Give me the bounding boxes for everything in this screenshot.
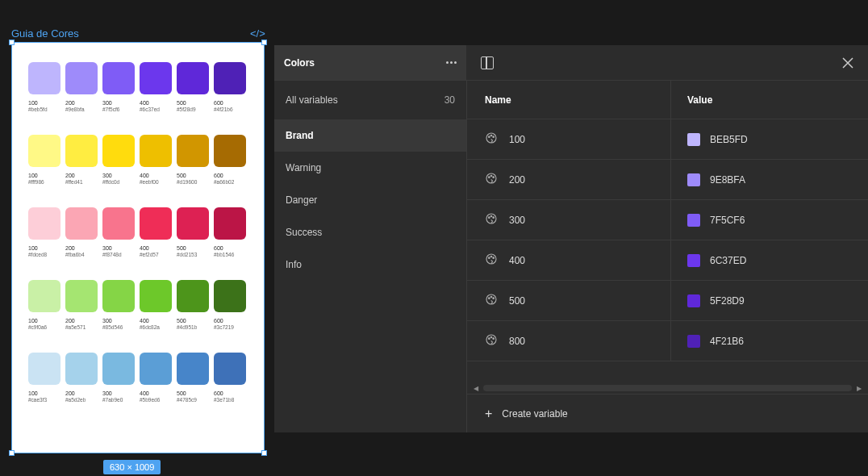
color-swatch[interactable]: 100 #fdced8	[28, 207, 61, 257]
color-swatch[interactable]: 400 #eebf00	[140, 135, 172, 185]
color-swatch[interactable]: 400 #5b9ed6	[140, 353, 172, 403]
variable-row[interactable]: 400 6C37ED	[467, 240, 868, 281]
swatch-fill	[102, 353, 135, 385]
variable-name-cell[interactable]: 400	[467, 240, 670, 280]
color-swatch[interactable]: 100 #cae3f3	[28, 353, 61, 403]
sidebar-item-all-variables[interactable]: All variables 30	[274, 81, 466, 119]
palette-icon	[485, 333, 498, 349]
color-swatch[interactable]: 500 #4785c9	[177, 353, 209, 403]
swatch-hex: #fba6b4	[65, 252, 98, 257]
color-swatch[interactable]: 500 #dd2153	[177, 207, 209, 257]
color-swatch[interactable]: 500 #d19600	[177, 135, 209, 185]
swatch-hex: #a5e571	[65, 324, 98, 330]
swatch-shade: 400	[140, 317, 172, 324]
swatch-fill	[65, 353, 98, 385]
color-swatch[interactable]: 500 #5f28d9	[177, 62, 209, 112]
svg-point-21	[489, 338, 490, 340]
variable-name-cell[interactable]: 100	[467, 119, 670, 159]
color-swatch[interactable]: 600 #a66b02	[214, 135, 246, 185]
swatch-fill	[214, 62, 246, 94]
color-swatch[interactable]: 400 #ef2d57	[140, 207, 172, 257]
selection-handle[interactable]	[261, 40, 267, 45]
scroll-track[interactable]	[483, 385, 852, 391]
variable-row[interactable]: 800 4F21B6	[467, 321, 868, 361]
swatch-fill	[214, 207, 246, 240]
color-swatch[interactable]: 100 #c9f0a6	[28, 280, 61, 330]
panel-title: Colors	[284, 57, 315, 69]
variable-row[interactable]: 100 BEB5FD	[467, 119, 868, 160]
variable-hex: 9E8BFA	[710, 174, 745, 186]
variables-sidebar: All variables 30 BrandWarningDangerSucce…	[274, 81, 466, 432]
horizontal-scrollbar[interactable]: ◀ ▶	[467, 382, 868, 394]
variable-name-cell[interactable]: 300	[467, 200, 670, 240]
swatch-shade: 100	[28, 244, 61, 252]
more-icon[interactable]	[446, 61, 457, 64]
selection-handle[interactable]	[9, 40, 15, 45]
color-swatch[interactable]: 400 #6dc82a	[140, 280, 172, 330]
variable-value-cell[interactable]: 5F28D9	[670, 281, 868, 320]
color-swatch[interactable]: 300 #f8748d	[102, 207, 135, 257]
swatch-fill	[65, 62, 98, 94]
sidebar-item-info[interactable]: Info	[274, 248, 466, 281]
selection-handle[interactable]	[261, 450, 267, 456]
variable-row[interactable]: 200 9E8BFA	[467, 160, 868, 200]
swatch-shade: 300	[102, 99, 135, 106]
color-swatch[interactable]: 600 #bb1546	[214, 207, 246, 257]
column-header-value[interactable]: Value	[670, 81, 868, 119]
variable-value-cell[interactable]: 9E8BFA	[670, 160, 868, 199]
canvas-frame[interactable]: 100 #beb5fd 200 #9e8bfa 300 #7f5cf6 400 …	[11, 42, 265, 453]
variable-value-cell[interactable]: BEB5FD	[670, 119, 868, 159]
selection-handle[interactable]	[9, 450, 15, 456]
swatch-hex: #9e8bfa	[65, 106, 98, 112]
color-swatch[interactable]: 200 #a5e571	[65, 280, 98, 330]
color-swatch[interactable]: 600 #3e71b8	[214, 353, 246, 403]
variable-name-cell[interactable]: 800	[467, 321, 670, 361]
color-swatch[interactable]: 200 #a5d2eb	[65, 353, 98, 403]
palette-icon	[485, 172, 498, 187]
swatch-shade: 500	[177, 172, 209, 179]
color-swatch[interactable]: 200 #ffed41	[65, 135, 98, 185]
color-chip	[687, 133, 700, 146]
create-variable-button[interactable]: + Create variable	[467, 394, 868, 432]
color-swatch[interactable]: 300 #7f5cf6	[102, 62, 135, 112]
scroll-left-icon[interactable]: ◀	[474, 385, 478, 392]
column-header-name[interactable]: Name	[467, 94, 670, 106]
swatch-shade: 300	[102, 172, 135, 179]
plus-icon: +	[485, 407, 492, 420]
palette-icon	[485, 132, 498, 147]
sidebar-item-success[interactable]: Success	[274, 216, 466, 248]
swatch-shade: 400	[140, 244, 172, 252]
svg-point-6	[490, 175, 492, 177]
svg-point-2	[490, 135, 492, 136]
variable-name-cell[interactable]: 500	[467, 281, 670, 320]
color-swatch[interactable]: 600 #3c7219	[214, 280, 246, 330]
color-swatch[interactable]: 200 #fba6b4	[65, 207, 98, 257]
code-icon[interactable]: </>	[250, 27, 265, 40]
svg-point-14	[490, 256, 492, 257]
color-swatch[interactable]: 100 #beb5fd	[28, 62, 61, 112]
color-swatch[interactable]: 200 #9e8bfa	[65, 62, 98, 112]
swatch-shade: 300	[102, 390, 135, 397]
sidebar-item-warning[interactable]: Warning	[274, 152, 466, 184]
scroll-right-icon[interactable]: ▶	[857, 385, 862, 392]
color-swatch[interactable]: 300 #85d546	[102, 280, 135, 330]
swatch-fill	[102, 62, 135, 94]
layout-icon[interactable]	[481, 56, 494, 69]
swatch-hex: #ffdc0d	[102, 179, 135, 185]
sidebar-item-brand[interactable]: Brand	[274, 119, 466, 152]
color-swatch[interactable]: 100 #fff986	[28, 135, 61, 185]
variable-value-cell[interactable]: 6C37ED	[670, 240, 868, 280]
color-swatch[interactable]: 600 #4f21b6	[214, 62, 246, 112]
close-icon[interactable]	[842, 57, 853, 69]
sidebar-item-danger[interactable]: Danger	[274, 184, 466, 216]
variable-row[interactable]: 300 7F5CF6	[467, 200, 868, 240]
variable-name-cell[interactable]: 200	[467, 160, 670, 199]
color-swatch[interactable]: 500 #4d951b	[177, 280, 209, 330]
variable-value-cell[interactable]: 7F5CF6	[670, 200, 868, 240]
variable-value-cell[interactable]: 4F21B6	[670, 321, 868, 361]
color-swatch[interactable]: 300 #ffdc0d	[102, 135, 135, 185]
frame-label[interactable]: Guia de Cores	[11, 27, 79, 40]
color-swatch[interactable]: 300 #7ab9e0	[102, 353, 135, 403]
color-swatch[interactable]: 400 #6c37ed	[140, 62, 172, 112]
variable-row[interactable]: 500 5F28D9	[467, 281, 868, 321]
